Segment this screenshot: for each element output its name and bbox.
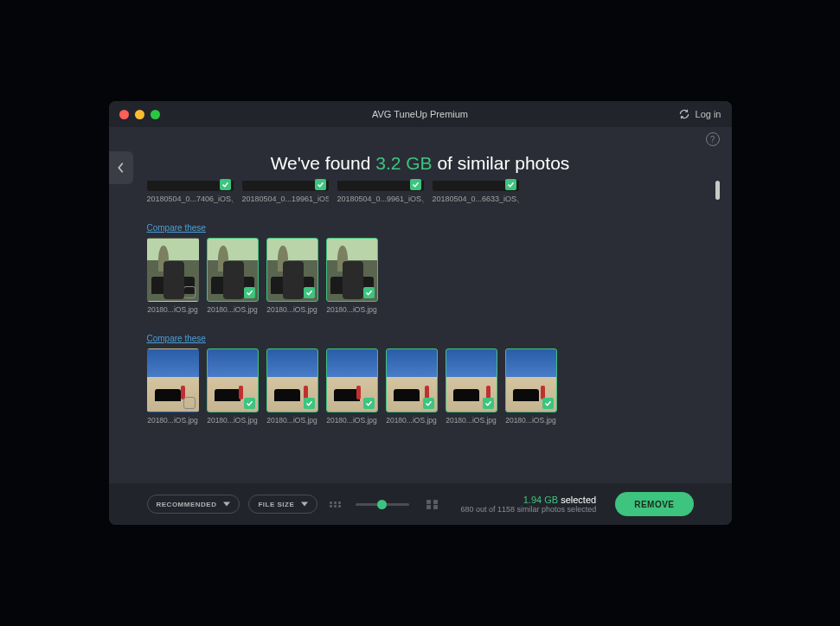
checkmark-icon <box>304 398 315 409</box>
photo-scroll-area: 20180504_0...7406_iOS.jpg 20180504_0...1… <box>109 174 732 483</box>
photo-group-partial <box>147 181 701 191</box>
heading-size: 3.2 GB <box>375 153 432 173</box>
subbar: ? <box>109 127 732 151</box>
chevron-down-icon <box>223 501 230 507</box>
photo-thumb[interactable] <box>147 238 199 302</box>
photo-thumb[interactable] <box>326 348 378 412</box>
traffic-lights <box>119 110 160 119</box>
photo-filename: 20180...iOS.jpg <box>147 416 199 425</box>
photo-thumb[interactable] <box>147 181 234 191</box>
minimize-window-button[interactable] <box>135 110 144 119</box>
photo-thumb[interactable] <box>207 348 259 412</box>
titlebar: AVG TuneUp Premium Log in <box>109 101 732 127</box>
photo-thumb[interactable] <box>207 238 259 302</box>
checkmark-icon <box>410 179 421 190</box>
chevron-left-icon <box>117 162 125 174</box>
photo-thumb[interactable] <box>266 238 318 302</box>
photo-filename: 20180504_0...7406_iOS.jpg <box>147 195 234 203</box>
login-label: Log in <box>696 109 721 119</box>
page-title: We've found 3.2 GB of similar photos <box>109 153 732 174</box>
selected-size: 1.94 GB <box>523 495 558 505</box>
remove-button[interactable]: REMOVE <box>615 492 693 516</box>
sync-icon <box>678 108 690 120</box>
sort-label: RECOMMENDED <box>157 501 217 508</box>
slider-knob[interactable] <box>377 500 387 509</box>
scrollbar[interactable] <box>715 181 720 480</box>
checkmark-icon <box>363 287 375 298</box>
app-window: AVG TuneUp Premium Log in ? We've found … <box>109 101 732 525</box>
login-button[interactable]: Log in <box>678 108 721 120</box>
photo-filename: 20180504_0...9961_iOS.jpg <box>337 195 424 203</box>
photo-group <box>147 348 701 412</box>
filesize-label: FILE SIZE <box>258 501 294 508</box>
close-window-button[interactable] <box>119 110 129 119</box>
photo-filename: 20180...iOS.jpg <box>326 416 378 425</box>
photo-filename: 20180504_0...19961_iOS.jpg <box>242 195 329 203</box>
best-photo-icon <box>183 286 196 298</box>
thumbnail-size-large-icon[interactable] <box>426 500 439 509</box>
photo-filename: 20180504_0...6633_iOS.jpg <box>433 195 519 203</box>
checkmark-icon <box>483 398 494 409</box>
compare-link[interactable]: Compare these <box>147 223 206 233</box>
photo-filename: 20180...iOS.jpg <box>266 416 318 425</box>
thumbnail-size-small-icon[interactable] <box>330 501 342 508</box>
checkmark-icon <box>244 287 255 298</box>
photo-filename: 20180...iOS.jpg <box>505 416 557 425</box>
photo-thumb[interactable] <box>433 181 519 191</box>
photo-thumb[interactable] <box>242 181 329 191</box>
chevron-down-icon <box>301 501 308 507</box>
photo-thumb[interactable] <box>386 348 438 412</box>
selection-stats: 1.94 GB selected 680 out of 1158 similar… <box>461 495 597 514</box>
best-photo-icon <box>183 397 196 409</box>
photo-filename: 20180...iOS.jpg <box>386 416 438 425</box>
photo-filename: 20180...iOS.jpg <box>446 416 497 425</box>
maximize-window-button[interactable] <box>151 110 160 119</box>
photo-filename: 20180...iOS.jpg <box>326 305 378 314</box>
photo-filename: 20180...iOS.jpg <box>207 416 259 425</box>
scrollbar-thumb[interactable] <box>715 181 720 200</box>
checkmark-icon <box>423 398 434 409</box>
checkmark-icon <box>315 179 326 190</box>
checkmark-icon <box>505 179 516 190</box>
photo-labels: 20180...iOS.jpg20180...iOS.jpg20180...iO… <box>147 416 701 425</box>
photo-thumb[interactable] <box>446 348 497 412</box>
checkmark-icon <box>304 287 315 298</box>
photo-filename: 20180...iOS.jpg <box>207 305 259 314</box>
photo-filename: 20180...iOS.jpg <box>147 305 199 314</box>
sort-dropdown[interactable]: RECOMMENDED <box>147 495 240 514</box>
photo-thumb[interactable] <box>266 348 318 412</box>
photo-thumb[interactable] <box>147 348 199 412</box>
photo-thumb[interactable] <box>505 348 557 412</box>
photo-labels: 20180...iOS.jpg20180...iOS.jpg20180...iO… <box>147 305 701 314</box>
photo-filename: 20180...iOS.jpg <box>266 305 318 314</box>
heading-pre: We've found <box>271 153 376 173</box>
photo-labels-partial: 20180504_0...7406_iOS.jpg 20180504_0...1… <box>147 195 701 203</box>
photo-group <box>147 238 701 302</box>
selected-word: selected <box>561 495 596 505</box>
filesize-dropdown[interactable]: FILE SIZE <box>248 495 317 514</box>
compare-link[interactable]: Compare these <box>147 334 206 343</box>
thumbnail-size-slider[interactable] <box>356 503 409 506</box>
checkmark-icon <box>244 398 255 409</box>
footer-bar: RECOMMENDED FILE SIZE 1.94 GB selected 6… <box>109 483 732 525</box>
heading-post: of similar photos <box>433 153 570 173</box>
photo-thumb[interactable] <box>326 238 378 302</box>
window-title: AVG TuneUp Premium <box>372 109 468 119</box>
selected-count: 680 out of 1158 similar photos selected <box>461 505 597 514</box>
checkmark-icon <box>542 398 554 409</box>
checkmark-icon <box>363 398 375 409</box>
photo-thumb[interactable] <box>337 181 424 191</box>
help-icon[interactable]: ? <box>706 132 720 146</box>
checkmark-icon <box>220 179 231 190</box>
